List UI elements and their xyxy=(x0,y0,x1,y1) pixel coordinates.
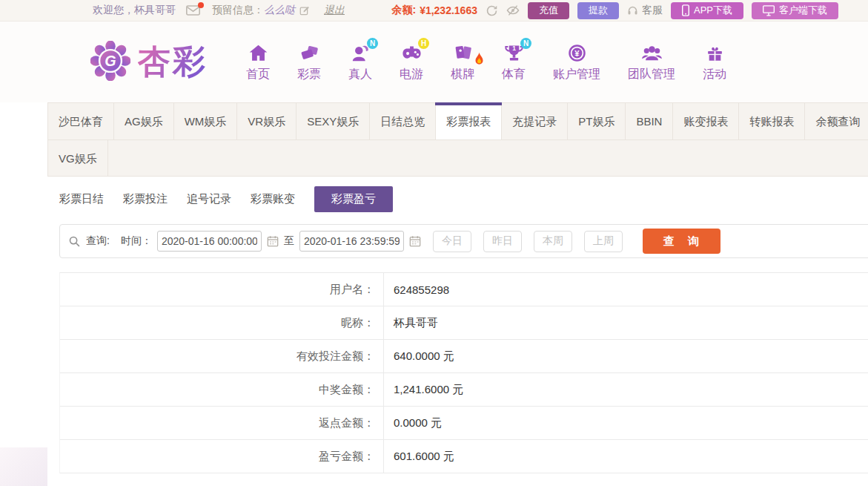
nav-item-team[interactable]: 团队管理 xyxy=(628,42,675,82)
ticket-icon xyxy=(298,42,320,64)
report-row: 有效投注金额： 640.0000 元 xyxy=(60,340,868,373)
subtab-lottery-daily[interactable]: 彩票日结 xyxy=(59,187,104,211)
nav-label: 彩票 xyxy=(297,67,321,82)
hide-balance-icon[interactable] xyxy=(506,4,520,17)
tab-vr[interactable]: VR娱乐 xyxy=(237,103,296,139)
nav-item-sports[interactable]: 1 N 体育 xyxy=(502,42,526,82)
nav-label: 真人 xyxy=(348,67,372,82)
time-label: 时间： xyxy=(121,234,152,248)
refresh-balance-icon[interactable] xyxy=(486,4,498,17)
tab-row-1: 沙巴体育 AG娱乐 WM娱乐 VR娱乐 SEXY娱乐 日结总览 彩票报表 充提记… xyxy=(48,103,868,139)
nav-label: 团队管理 xyxy=(628,67,675,82)
tab-account-change[interactable]: 账变报表 xyxy=(673,103,739,139)
site-header: G 杏彩 首页 彩票 N 真人 H xyxy=(0,22,868,102)
corner-widget xyxy=(0,447,47,486)
yesterday-button[interactable]: 昨日 xyxy=(483,231,522,252)
main-nav: 首页 彩票 N 真人 H 电游 xyxy=(246,42,726,82)
svg-text:G: G xyxy=(105,53,116,69)
customer-service-label: 客服 xyxy=(642,4,663,17)
report-row-label: 盈亏金额： xyxy=(60,440,384,473)
end-time-input[interactable] xyxy=(299,231,404,252)
report-tabbar: 沙巴体育 AG娱乐 WM娱乐 VR娱乐 SEXY娱乐 日结总览 彩票报表 充提记… xyxy=(47,102,868,177)
today-button[interactable]: 今日 xyxy=(433,231,471,252)
last-week-button[interactable]: 上周 xyxy=(584,231,623,252)
subtab-lottery-profit-loss[interactable]: 彩票盈亏 xyxy=(314,186,393,212)
tab-vg[interactable]: VG娱乐 xyxy=(48,140,108,176)
nav-label: 棋牌 xyxy=(451,67,474,82)
balance-value: ¥1,232.1663 xyxy=(420,4,477,16)
tab-ag[interactable]: AG娱乐 xyxy=(114,103,174,139)
recharge-button[interactable]: 充值 xyxy=(528,2,569,19)
tab-wm[interactable]: WM娱乐 xyxy=(174,103,238,139)
tab-lottery-report[interactable]: 彩票报表 xyxy=(436,103,502,139)
subtab-lottery-bets[interactable]: 彩票投注 xyxy=(123,187,168,211)
message-value[interactable]: 么么哒 xyxy=(264,4,295,17)
new-badge: N xyxy=(367,38,378,49)
calendar-icon[interactable] xyxy=(267,235,279,247)
client-download-button[interactable]: 客户端下载 xyxy=(752,2,838,19)
main-content: 彩票日结 彩票投注 追号记录 彩票账变 彩票盈亏 查询: 时间： 至 今日 昨日… xyxy=(0,186,868,473)
new-badge: N xyxy=(520,38,531,49)
gift-icon xyxy=(703,42,726,64)
tab-row-2: VG娱乐 xyxy=(48,139,868,176)
nav-item-live[interactable]: N 真人 xyxy=(348,42,372,82)
report-row-value: 0.0000 元 xyxy=(384,407,442,439)
brand-logo[interactable]: G 杏彩 xyxy=(90,40,208,84)
tab-sexy[interactable]: SEXY娱乐 xyxy=(296,103,370,139)
message-label: 预留信息： xyxy=(212,4,264,17)
coin-icon: ¥ xyxy=(566,42,588,64)
nav-item-cards[interactable]: 棋牌 xyxy=(451,42,474,82)
team-icon xyxy=(640,42,663,64)
headset-icon xyxy=(627,5,638,16)
nav-item-activity[interactable]: 活动 xyxy=(703,42,726,82)
nav-label: 体育 xyxy=(502,67,526,82)
report-row: 昵称： 杯具哥哥 xyxy=(60,306,868,340)
trophy-icon: 1 N xyxy=(503,42,525,64)
report-row-value: 杯具哥哥 xyxy=(384,306,438,339)
tab-deposit-withdraw[interactable]: 充提记录 xyxy=(502,103,568,139)
search-icon xyxy=(68,235,81,248)
logo-flower-icon: G xyxy=(90,41,130,84)
report-row: 用户名： 624855298 xyxy=(60,273,868,306)
edit-icon[interactable] xyxy=(299,5,311,16)
calendar-icon[interactable] xyxy=(409,235,421,247)
tab-pt[interactable]: PT娱乐 xyxy=(568,103,626,139)
tab-bbin[interactable]: BBIN xyxy=(626,103,673,139)
brand-name: 杏彩 xyxy=(138,40,208,84)
start-time-input[interactable] xyxy=(157,231,262,252)
nav-item-egames[interactable]: H 电游 xyxy=(400,42,423,82)
nav-item-account[interactable]: ¥ 账户管理 xyxy=(553,42,600,82)
welcome-text: 欢迎您，杯具哥哥 xyxy=(93,4,176,17)
report-row-value: 1,241.6000 元 xyxy=(384,373,463,406)
tab-saba-sports[interactable]: 沙巴体育 xyxy=(48,103,114,139)
report-row: 返点金额： 0.0000 元 xyxy=(60,407,868,440)
report-row-label: 用户名： xyxy=(60,273,384,306)
subtab-chase-records[interactable]: 追号记录 xyxy=(187,187,231,211)
report-row: 盈亏金额： 601.6000 元 xyxy=(60,440,868,473)
topbar-left: 欢迎您，杯具哥哥 预留信息： 么么哒 退出 xyxy=(93,4,345,17)
app-download-button[interactable]: APP下载 xyxy=(671,2,743,19)
profit-loss-report: 用户名： 624855298 昵称： 杯具哥哥 有效投注金额： 640.0000… xyxy=(59,272,868,473)
svg-text:1: 1 xyxy=(512,45,516,52)
nav-item-lottery[interactable]: 彩票 xyxy=(297,42,321,82)
nav-label: 账户管理 xyxy=(553,67,600,82)
live-person-icon: N xyxy=(349,42,371,64)
tab-daily-summary[interactable]: 日结总览 xyxy=(370,103,436,139)
flame-icon xyxy=(473,52,486,70)
nav-item-home[interactable]: 首页 xyxy=(246,42,270,82)
nav-label: 首页 xyxy=(246,67,270,82)
mail-icon[interactable] xyxy=(186,5,200,16)
nav-label: 电游 xyxy=(400,67,423,82)
hot-badge: H xyxy=(418,38,429,49)
report-row-value: 601.6000 元 xyxy=(384,440,454,473)
tab-transfer-report[interactable]: 转账报表 xyxy=(739,103,805,139)
this-week-button[interactable]: 本周 xyxy=(534,231,572,252)
report-row-label: 昵称： xyxy=(60,306,384,339)
query-submit-button[interactable]: 查 询 xyxy=(643,229,720,254)
tab-balance-query[interactable]: 余额查询 xyxy=(805,103,868,139)
svg-text:¥: ¥ xyxy=(574,48,580,57)
logout-link[interactable]: 退出 xyxy=(324,4,345,17)
customer-service-link[interactable]: 客服 xyxy=(627,4,663,17)
withdraw-button[interactable]: 提款 xyxy=(577,2,619,19)
subtab-lottery-account-change[interactable]: 彩票账变 xyxy=(251,187,295,211)
